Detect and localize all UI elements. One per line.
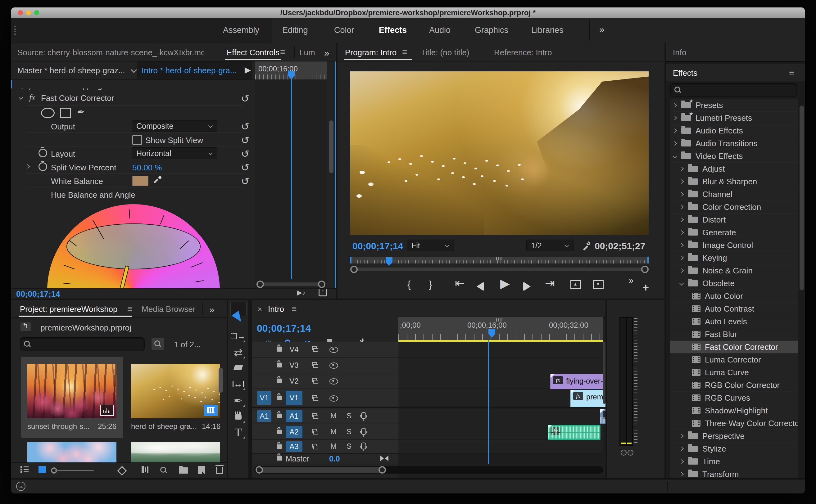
tab-sequence-intro[interactable]: Intro [268,304,284,314]
effects-tree-item[interactable]: Lumetri Presets [670,112,798,124]
reset-param-icon[interactable]: ↺ [241,175,249,187]
effects-tree-item[interactable]: Obsolete [670,277,798,290]
project-item-herd[interactable]: herd-of-sheep-gra... 14:16 [126,357,225,438]
zoom-handle-left[interactable] [256,281,264,288]
track-label[interactable]: V2 [286,375,302,387]
razor-tool[interactable] [228,360,248,375]
clip-thumbnail-mountains[interactable] [131,442,220,462]
workspace-tab-libraries[interactable]: Libraries [531,25,564,35]
clip-audio-a1[interactable]: fx [600,409,606,424]
program-scrubber[interactable] [350,257,649,263]
program-timecode[interactable]: 00;00;17;14 [352,241,403,251]
effects-tree-item[interactable]: Auto Color [670,290,798,303]
list-view-icon[interactable] [20,466,29,474]
voiceover-mic-icon[interactable] [361,412,366,419]
toggle-output-eye-icon[interactable] [329,378,338,385]
sequence-clip-label[interactable]: Intro * herd-of-sheep-gra... [142,66,237,75]
lock-icon[interactable] [277,456,282,461]
tab-title[interactable]: Title: (no title) [421,48,470,57]
tab-effect-controls[interactable]: Effect Controls [227,48,279,57]
track-label[interactable]: V4 [286,343,302,355]
panel-menu-icon[interactable]: ≡ [291,304,296,314]
mute-button[interactable]: M [330,412,336,420]
playback-resolution-dropdown[interactable]: 1/2 [526,240,574,251]
icon-view-icon[interactable] [38,466,46,474]
panel-menu-icon[interactable]: ≡ [402,47,407,57]
effects-tree-item[interactable]: Noise & Grain [670,264,798,277]
twisty-icon[interactable] [679,269,684,272]
reset-effect-icon[interactable]: ↺ [241,93,249,105]
tab-project[interactable]: Project: premiereWorkshop [20,304,118,314]
clip-thumbnail[interactable] [27,364,116,418]
reset-param-icon[interactable]: ↺ [241,162,249,173]
timeline-hscroll[interactable] [254,466,603,474]
eyedropper-icon[interactable] [154,176,162,184]
go-to-in-button[interactable]: ⇤ [455,276,465,290]
hand-tool[interactable] [228,409,248,424]
find-in-bin-icon[interactable] [151,338,164,350]
slip-tool[interactable]: ↔ [228,376,248,391]
twisty-icon[interactable] [673,116,677,119]
panel-overflow-icon[interactable]: » [209,304,214,315]
timeline-vscroll[interactable] [603,342,606,404]
twisty-icon[interactable] [679,256,684,259]
effects-tree-item[interactable]: Blur & Sharpen [670,175,798,188]
mini-playhead-line[interactable] [291,79,292,279]
pen-tool[interactable]: ✒ [228,393,248,408]
clip-demo-footage-v1[interactable]: fx premiere-workshop-demo-footage.mp4 [570,390,606,407]
clip-thumbnail[interactable] [131,364,220,418]
reset-param-icon[interactable]: ↺ [241,148,249,160]
twisty-icon[interactable] [679,205,684,209]
voiceover-mic-icon[interactable] [361,428,366,435]
effects-tree-item[interactable]: Stylize [670,443,798,455]
effect-controls-timecode[interactable]: 00;00;17;14 [16,289,60,299]
effects-tree-item[interactable]: Auto Levels [670,315,798,328]
toggle-output-eye-icon[interactable] [329,362,338,369]
pen-mask-icon[interactable]: ✒ [77,106,85,117]
sync-lock-icon[interactable] [312,413,318,419]
param-effect-header[interactable]: fx Fast Color Corrector ↺ [11,92,255,106]
program-video-frame[interactable] [350,71,649,235]
button-editor-add[interactable]: + [643,281,649,294]
effect-controls-mini-ruler[interactable]: 00;00;16;00 [255,61,327,80]
new-item-icon[interactable] [198,466,205,475]
zoom-handle-right[interactable] [378,466,386,474]
workspace-tab-audio[interactable]: Audio [429,25,451,35]
toggle-output-eye-icon[interactable] [329,395,338,402]
workspace-overflow-icon[interactable]: » [599,24,605,35]
solo-button[interactable]: S [346,442,351,451]
effects-tree-item[interactable]: RGB Color Corrector [670,379,798,392]
lock-icon[interactable] [277,430,282,434]
twisty-icon[interactable] [673,155,677,158]
ellipse-mask-icon[interactable] [41,108,55,118]
tab-reference[interactable]: Reference: Intro [494,48,552,57]
project-breadcrumb[interactable]: premiereWorkshop.prproj [40,323,131,333]
sync-lock-icon[interactable] [312,378,318,384]
twisty-icon[interactable] [679,193,684,196]
program-playhead[interactable] [385,257,392,266]
solo-button[interactable]: S [346,412,351,420]
extract-button[interactable]: ▼ [593,280,604,292]
track-label[interactable]: A2 [286,426,302,438]
navigate-up-icon[interactable] [20,322,31,331]
lock-icon[interactable] [277,414,282,418]
solo-button[interactable]: S [346,427,351,436]
twisty-icon[interactable] [679,180,684,183]
effects-tree-item[interactable]: Distort [670,214,798,226]
sync-lock-icon[interactable] [312,362,318,368]
hue-balance-wheel[interactable] [47,204,220,289]
lock-icon[interactable] [277,396,282,400]
mini-zoom-bar[interactable] [256,281,325,288]
mute-button[interactable]: M [330,442,336,451]
effects-tree-item[interactable]: Color Correction [670,201,798,214]
master-clip-label[interactable]: Master * herd-of-sheep-graz... [17,66,125,75]
twisty-icon[interactable] [679,167,684,170]
clip-name[interactable]: herd-of-sheep-gra... [131,422,197,431]
split-view-percent-value[interactable]: 50.00 % [132,163,162,173]
zoom-handle-right[interactable] [318,281,325,288]
panel-menu-icon[interactable]: ≡ [280,47,285,57]
selection-tool[interactable] [228,310,248,325]
audio-meter-bars[interactable] [620,317,633,446]
workspace-tab-assembly[interactable]: Assembly [223,25,259,35]
stopwatch-icon[interactable] [38,162,47,171]
